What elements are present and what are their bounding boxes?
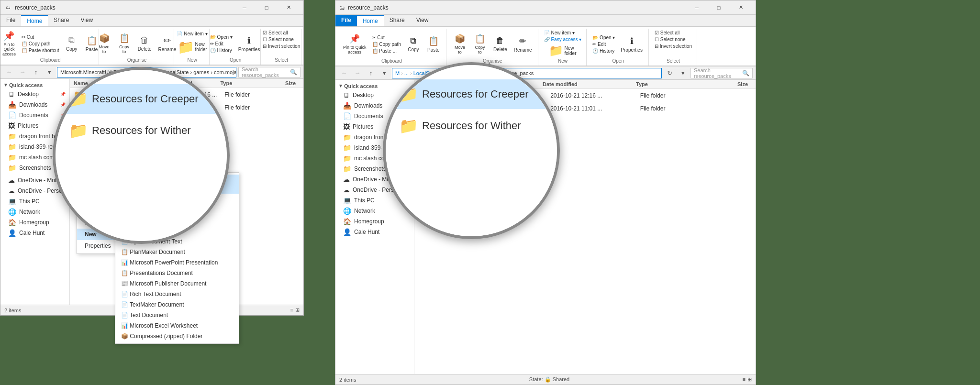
forward-btn-right[interactable]: → — [352, 68, 363, 78]
forward-btn-left[interactable]: → — [17, 67, 28, 77]
back-btn-right[interactable]: ← — [338, 68, 350, 78]
maximize-btn-left[interactable]: □ — [256, 0, 278, 15]
rename-btn-right[interactable]: ✏ Rename — [511, 35, 535, 54]
tab-file-left[interactable]: File — [0, 15, 21, 26]
pin-quick-access-btn[interactable]: 📌 Pin to Quickaccess — [0, 30, 19, 57]
easy-access-btn-right[interactable]: 🔗 Easy access ▾ — [542, 36, 584, 43]
sidebar-item-network-right[interactable]: 🌐 Network — [335, 206, 414, 216]
select-none-btn-right[interactable]: ☐ Select none — [653, 36, 694, 43]
tab-home-left[interactable]: Home — [21, 15, 48, 26]
close-btn-right[interactable]: ✕ — [730, 0, 752, 15]
select-all-btn-right[interactable]: ☑ Select all — [653, 30, 694, 36]
copy-btn-right[interactable]: ⧉ Copy — [404, 35, 423, 53]
history-btn[interactable]: 🕐 History — [208, 47, 234, 54]
copy-btn[interactable]: ⧉ Copy — [62, 34, 81, 53]
sidebar-item-homegroup[interactable]: 🏠 Homegroup — [0, 217, 69, 228]
title-bar-icons: 🗂 — [4, 4, 12, 11]
tab-share-left[interactable]: Share — [48, 15, 75, 26]
tab-share-right[interactable]: Share — [384, 15, 411, 26]
copy-path-btn-right[interactable]: 📋 Copy path — [370, 41, 403, 47]
sidebar-item-homegroup-right[interactable]: 🏠 Homegroup — [335, 216, 414, 227]
delete-btn-right[interactable]: 🗑 Delete — [490, 35, 510, 53]
maximize-btn-right[interactable]: □ — [708, 0, 730, 15]
invert-selection-btn-right[interactable]: ⊟ Invert selection — [653, 43, 694, 49]
breadcrumb-item-1[interactable]: M — [395, 70, 400, 76]
magnifier-folder2: Resources for Wither — [92, 124, 191, 137]
search-box-right[interactable]: Search resource_packs 🔍 — [690, 68, 753, 78]
quick-access-header-right[interactable]: ▾ Quick access — [335, 82, 414, 90]
pin-quick-access-btn-right[interactable]: 📌 Pin to Quickaccess — [340, 33, 369, 55]
submenu-richtext[interactable]: 📄 Rich Text Document — [115, 289, 239, 299]
cut-btn-right[interactable]: ✂ Cut — [370, 34, 403, 41]
quick-access-header[interactable]: ▾ Quick access — [0, 81, 69, 89]
paste-btn-right[interactable]: 📋 Paste — [424, 35, 443, 54]
move-icon-right: 📦 — [455, 33, 465, 44]
refresh-btn-right[interactable]: ↻ — [664, 68, 675, 78]
sidebar-item-documents[interactable]: 📄 Documents 📌 — [0, 110, 69, 121]
ribbon-right: File Home Share View 📌 Pin to Quickacces… — [335, 15, 756, 66]
submenu-ppt[interactable]: 📊 Microsoft PowerPoint Presentation — [115, 257, 239, 268]
copyto-btn[interactable]: 📋 Copyto — [115, 32, 134, 55]
thispc-icon-right: 💻 — [343, 197, 351, 204]
close-btn-left[interactable]: ✕ — [278, 0, 300, 15]
new-folder-btn-right[interactable]: 📁 Newfolder — [542, 43, 584, 58]
minimize-btn-left[interactable]: ─ — [234, 0, 256, 15]
submenu-textmaker[interactable]: 📄 TextMaker Document — [115, 299, 239, 310]
submenu-excel[interactable]: 📊 Microsoft Excel Worksheet — [115, 320, 239, 331]
submenu-publisher[interactable]: 📰 Microsoft Publisher Document — [115, 278, 239, 289]
select-col: ☑ Select all ☐ Select none ⊟ Invert sele… — [261, 30, 302, 49]
copyto-btn-right[interactable]: 📋 Copyto — [470, 33, 490, 55]
sidebar-item-thispc[interactable]: 💻 This PC — [0, 196, 69, 207]
paste-shortcut-btn[interactable]: 📋 Paste shortcut — [20, 47, 61, 54]
history-btn-right[interactable]: 🕐 History — [590, 48, 617, 54]
recent-btn-right[interactable]: ▾ — [379, 68, 390, 78]
properties-btn[interactable]: ℹ Properties — [235, 34, 263, 53]
view-icon-list[interactable]: ≡ — [290, 307, 293, 313]
submenu-planmaker[interactable]: 📋 PlanMaker Document — [115, 247, 239, 257]
sidebar-item-desktop[interactable]: 🖥 Desktop 📌 — [0, 89, 69, 99]
sidebar-item-network[interactable]: 🌐 Network — [0, 207, 69, 217]
new-folder-btn[interactable]: 📁 Newfolder — [175, 37, 209, 57]
submenu-zip[interactable]: 📦 Compressed (zipped) Folder — [115, 331, 239, 341]
cut-btn[interactable]: ✂ Cut — [20, 34, 61, 40]
view-icon-grid[interactable]: ⊞ — [295, 307, 300, 313]
search-box-left[interactable]: Search resource_packs 🔍 — [238, 67, 301, 77]
back-btn-left[interactable]: ← — [3, 67, 15, 77]
submenu-presentations[interactable]: 📋 Presentations Document — [115, 268, 239, 278]
tab-view-left[interactable]: View — [75, 15, 99, 26]
copy-path-btn[interactable]: 📋 Copy path — [20, 41, 61, 47]
edit-btn[interactable]: ✏ Edit — [208, 41, 234, 47]
select-none-btn[interactable]: ☐ Select none — [261, 36, 302, 43]
view-icon-list-right[interactable]: ≡ — [743, 376, 746, 383]
properties-icon: ℹ — [247, 35, 251, 46]
open-col: 📂 Open ▾ ✏ Edit 🕐 History — [208, 34, 234, 54]
tab-view-right[interactable]: View — [411, 15, 434, 26]
sidebar-item-downloads[interactable]: 📥 Downloads 📌 — [0, 99, 69, 110]
view-icon-grid-right[interactable]: ⊞ — [747, 376, 752, 383]
breadcrumb-sep-2: › — [410, 70, 412, 76]
properties-btn-right[interactable]: ℹ Properties — [618, 35, 646, 54]
paste-shortcut-btn-right[interactable]: 📋 Paste ... — [370, 48, 403, 54]
new-item-btn-right[interactable]: 📄 New item ▾ — [542, 30, 584, 36]
select-all-btn[interactable]: ☑ Select all — [261, 30, 302, 36]
edit-btn-right[interactable]: ✏ Edit — [590, 41, 617, 47]
search-down-btn-right[interactable]: ▾ — [677, 68, 689, 78]
minimize-btn-right[interactable]: ─ — [686, 0, 708, 15]
up-btn-right[interactable]: ↑ — [365, 68, 377, 78]
submenu-textdoc[interactable]: 📄 Text Document — [115, 310, 239, 320]
delete-btn[interactable]: 🗑 Delete — [135, 34, 155, 53]
breadcrumb-more[interactable]: ... — [404, 70, 409, 76]
up-btn-left[interactable]: ↑ — [30, 67, 42, 77]
open-dropdown-btn-right[interactable]: 📂 Open ▾ — [590, 34, 617, 41]
invert-selection-btn[interactable]: ⊟ Invert selection — [261, 43, 302, 49]
open-dropdown-btn[interactable]: 📂 Open ▾ — [208, 34, 234, 40]
tab-file-right[interactable]: File — [335, 15, 357, 26]
sidebar-item-calehunt[interactable]: 👤 Cale Hunt — [0, 228, 69, 238]
tab-home-right[interactable]: Home — [357, 15, 384, 26]
sidebar-item-calehunt-right[interactable]: 👤 Cale Hunt — [335, 227, 414, 237]
recent-btn-left[interactable]: ▾ — [44, 67, 55, 77]
onedrive-mobile-icon: ☁ — [8, 176, 15, 184]
move-btn[interactable]: 📦 Moveto — [95, 32, 114, 55]
move-btn-right[interactable]: 📦 Moveto — [450, 33, 469, 55]
new-item-btn[interactable]: 📄 New item ▾ — [175, 31, 209, 37]
